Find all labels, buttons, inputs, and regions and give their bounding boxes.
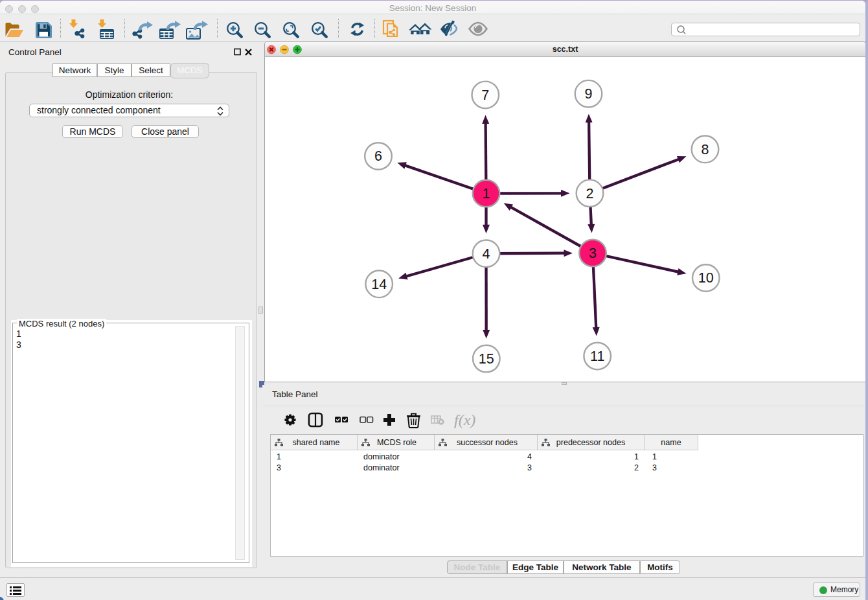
svg-text:15: 15 [479, 351, 494, 367]
svg-text:10: 10 [698, 270, 714, 286]
svg-text:3: 3 [589, 246, 597, 261]
svg-text:11: 11 [590, 349, 604, 364]
svg-text:7: 7 [481, 87, 489, 103]
svg-text:4: 4 [483, 246, 490, 262]
svg-text:6: 6 [374, 148, 382, 164]
svg-text:14: 14 [371, 277, 387, 292]
svg-text:8: 8 [702, 142, 709, 157]
svg-text:f(x): f(x) [454, 411, 475, 428]
svg-text:1: 1 [483, 186, 490, 202]
svg-text:9: 9 [585, 86, 593, 102]
svg-text:2: 2 [586, 186, 594, 202]
